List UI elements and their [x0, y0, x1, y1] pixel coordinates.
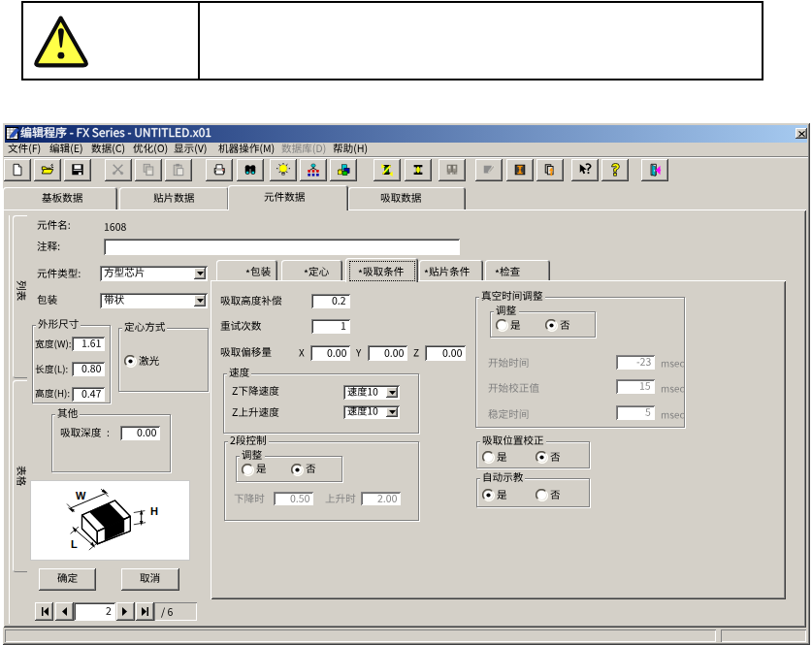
svg-text:L: L [71, 538, 78, 550]
svg-text:H: H [150, 505, 158, 517]
svg-text:W: W [76, 490, 86, 501]
